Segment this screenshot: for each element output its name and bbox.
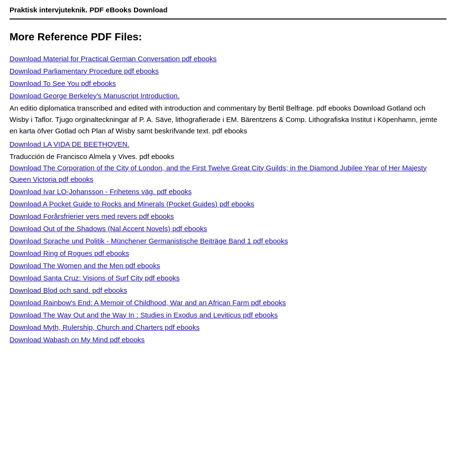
link-shadows[interactable]: Download Out of the Shadows (Nal Accent …: [10, 223, 446, 234]
link-sprache[interactable]: Download Sprache und Politik - Münchener…: [10, 235, 446, 247]
link-item[interactable]: Download Material for Practical German C…: [10, 53, 446, 65]
page-header: Praktisk intervjuteknik. PDF eBooks Down…: [10, 5, 446, 16]
section-title: More Reference PDF Files:: [10, 29, 446, 45]
link-item[interactable]: Download George Berkeley's Manuscript In…: [10, 90, 446, 102]
link-ivar[interactable]: Download Ivar LO-Johansson - Frihetens v…: [10, 186, 446, 197]
link-corporation[interactable]: Download The Corporation of the City of …: [10, 162, 446, 185]
link-santa-cruz[interactable]: Download Santa Cruz: Visions of Surf Cit…: [10, 272, 446, 284]
header-divider: [10, 19, 446, 19]
content-area: Download Material for Practical German C…: [10, 53, 446, 345]
link-pocket-guide[interactable]: Download A Pocket Guide to Rocks and Min…: [10, 198, 446, 210]
link-item[interactable]: Download Parliamentary Procedure pdf ebo…: [10, 65, 446, 77]
link-ring-rogues[interactable]: Download Ring of Rogues pdf ebooks: [10, 248, 446, 259]
link-way-out[interactable]: Download The Way Out and the Way In : St…: [10, 309, 446, 321]
body-text-intro: An editio diplomatica transcribed and ed…: [10, 103, 446, 137]
link-blod-sand[interactable]: Download Blod och sand. pdf ebooks: [10, 285, 446, 296]
link-wabash[interactable]: Download Wabash on My Mind pdf ebooks: [10, 334, 446, 345]
link-foraar[interactable]: Download Forårsfrierier vers med revers …: [10, 211, 446, 222]
link-rainbow-end[interactable]: Download Rainbow's End: A Memoir of Chil…: [10, 297, 446, 308]
link-beethoven[interactable]: Download LA VIDA DE BEETHOVEN.: [10, 139, 446, 150]
link-myth-rulership[interactable]: Download Myth, Rulership, Church and Cha…: [10, 322, 446, 333]
link-item[interactable]: Download To See You pdf ebooks: [10, 78, 446, 89]
link-women-men[interactable]: Download The Women and the Men pdf ebook…: [10, 260, 446, 271]
traduccion-text: Traducción de Francisco Almela y Vives. …: [10, 152, 174, 160]
